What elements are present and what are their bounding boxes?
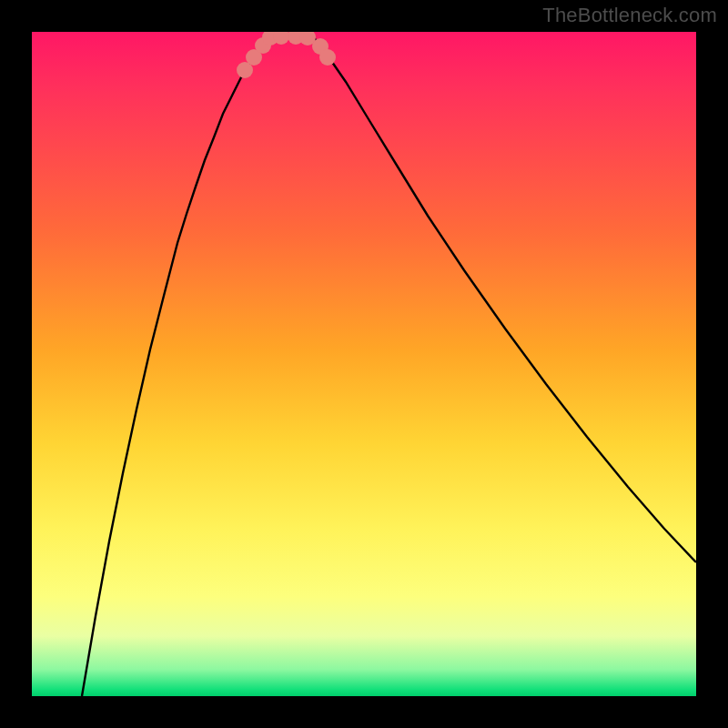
right-curve <box>309 32 696 562</box>
valley-marker <box>319 49 336 66</box>
plot-area <box>32 32 696 696</box>
valley-markers <box>237 32 336 78</box>
chart-frame: TheBottleneck.com <box>0 0 728 728</box>
watermark-text: TheBottleneck.com <box>542 4 717 27</box>
left-curve <box>82 32 276 696</box>
curves-svg <box>32 32 696 696</box>
